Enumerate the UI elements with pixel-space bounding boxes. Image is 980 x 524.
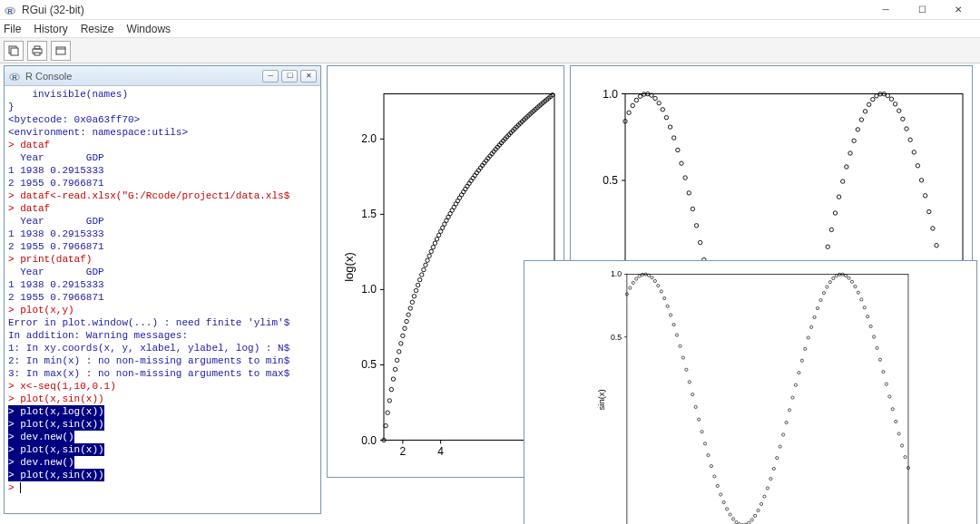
svg-point-306 [857, 291, 859, 294]
svg-point-299 [835, 275, 838, 277]
svg-point-195 [859, 118, 863, 121]
svg-point-292 [813, 315, 816, 318]
svg-point-133 [627, 111, 631, 114]
svg-point-251 [685, 368, 688, 371]
svg-point-212 [923, 194, 926, 198]
graphics-device-4-window[interactable]: R R Graphics: Device 4 (ACTIVE) ─ ☐ ✕ 0.… [524, 260, 977, 524]
svg-point-39 [395, 358, 398, 362]
svg-point-275 [760, 502, 762, 505]
svg-point-60 [435, 238, 438, 241]
svg-point-203 [889, 97, 893, 101]
svg-point-38 [393, 367, 397, 371]
svg-point-286 [794, 383, 797, 386]
menu-resize[interactable]: Resize [81, 23, 114, 35]
svg-point-233 [629, 286, 632, 289]
mdi-minimize-button[interactable]: ─ [262, 70, 279, 82]
svg-point-204 [893, 102, 897, 106]
svg-point-51 [417, 277, 421, 281]
svg-point-210 [916, 164, 919, 168]
svg-point-246 [670, 314, 672, 316]
svg-point-263 [722, 500, 725, 503]
maximize-button[interactable]: ☐ [904, 0, 940, 20]
svg-point-236 [638, 275, 641, 277]
svg-point-197 [867, 102, 870, 106]
svg-point-261 [716, 484, 719, 487]
mdi-maximize-button[interactable]: ☐ [281, 70, 298, 82]
svg-text:1.5: 1.5 [361, 208, 377, 220]
svg-point-143 [664, 115, 668, 119]
svg-point-260 [713, 475, 716, 478]
svg-point-259 [710, 465, 712, 468]
svg-point-49 [414, 288, 417, 292]
svg-point-205 [897, 109, 901, 112]
close-button[interactable]: ✕ [940, 0, 976, 20]
svg-point-294 [819, 298, 822, 301]
svg-point-279 [772, 467, 775, 470]
svg-point-135 [634, 98, 638, 102]
svg-point-53 [422, 267, 426, 271]
svg-text:1.0: 1.0 [361, 283, 377, 296]
svg-point-187 [829, 228, 833, 231]
svg-point-211 [919, 179, 923, 182]
svg-point-309 [867, 315, 869, 318]
menu-file[interactable]: File [4, 23, 21, 35]
mdi-workspace: R R Console ─ ☐ ✕ invisible(names)}<byte… [0, 63, 980, 524]
svg-point-61 [436, 233, 440, 237]
toolbar-print-button[interactable] [27, 41, 47, 61]
svg-point-288 [800, 359, 803, 362]
svg-point-213 [927, 209, 931, 213]
svg-point-312 [876, 346, 878, 349]
svg-point-33 [384, 423, 387, 427]
svg-point-273 [754, 514, 757, 517]
svg-point-34 [386, 411, 389, 414]
svg-point-149 [687, 191, 691, 195]
svg-point-315 [885, 383, 887, 385]
toolbar-copy-button[interactable] [4, 41, 24, 61]
svg-point-310 [869, 325, 872, 327]
svg-rect-6 [34, 46, 40, 49]
svg-point-258 [707, 453, 710, 456]
svg-point-255 [698, 418, 701, 421]
svg-point-43 [403, 326, 407, 330]
svg-point-152 [698, 240, 701, 244]
mdi-close-button[interactable]: ✕ [300, 70, 317, 82]
svg-point-276 [763, 495, 766, 498]
console-titlebar[interactable]: R R Console ─ ☐ ✕ [5, 66, 320, 86]
svg-point-313 [878, 358, 881, 361]
window-controls: ─ ☐ ✕ [867, 0, 976, 20]
svg-text:log(x): log(x) [342, 252, 356, 282]
toolbar-window-button[interactable] [51, 41, 71, 61]
svg-point-134 [631, 103, 634, 107]
svg-point-291 [810, 325, 813, 328]
svg-point-58 [431, 246, 435, 249]
svg-point-267 [735, 520, 738, 523]
svg-rect-4 [11, 48, 18, 55]
console-output[interactable]: invisible(names)}<bytecode: 0x0a63ff70><… [5, 86, 320, 513]
menu-windows[interactable]: Windows [126, 23, 171, 35]
svg-point-147 [680, 161, 683, 165]
svg-point-190 [841, 180, 845, 183]
svg-point-241 [653, 279, 656, 282]
svg-point-50 [416, 283, 419, 286]
menu-history[interactable]: History [34, 23, 67, 35]
svg-point-287 [798, 372, 800, 374]
svg-text:sin(x): sin(x) [596, 389, 606, 410]
svg-point-303 [848, 277, 850, 279]
console-window[interactable]: R R Console ─ ☐ ✕ invisible(names)}<byte… [4, 65, 321, 514]
svg-point-245 [666, 305, 669, 307]
svg-point-52 [420, 273, 424, 277]
svg-point-144 [668, 125, 671, 129]
svg-point-295 [822, 292, 825, 295]
svg-point-249 [679, 344, 681, 347]
svg-text:0.0: 0.0 [361, 434, 377, 447]
svg-point-235 [635, 277, 638, 280]
svg-point-264 [726, 508, 729, 510]
svg-point-191 [845, 165, 848, 169]
svg-point-206 [901, 117, 905, 121]
svg-point-234 [632, 281, 634, 284]
svg-text:0.5: 0.5 [361, 358, 377, 371]
app-titlebar: R RGui (32-bit) ─ ☐ ✕ [0, 0, 980, 20]
minimize-button[interactable]: ─ [867, 0, 904, 20]
svg-point-274 [757, 509, 760, 511]
graphics-device-4-plot: 0.51.0sin(x) [524, 261, 976, 524]
